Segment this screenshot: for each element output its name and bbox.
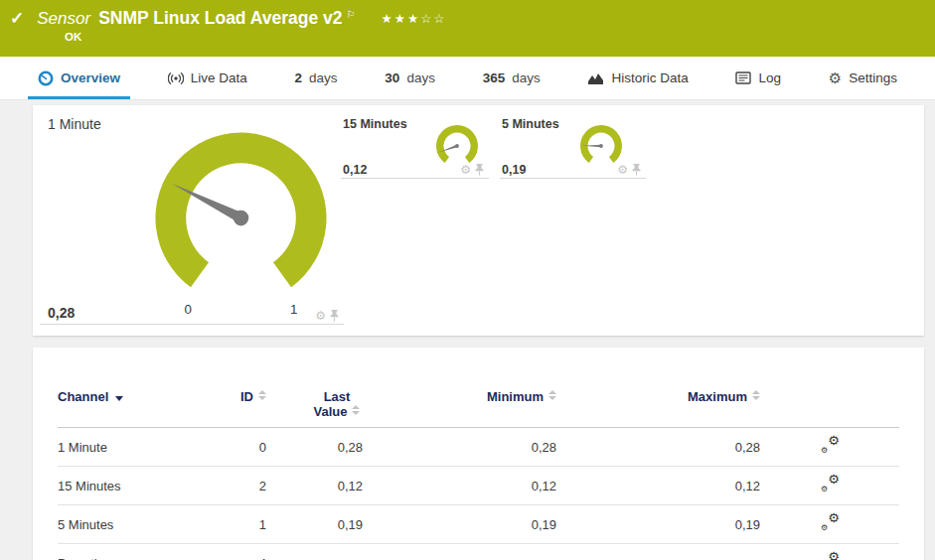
column-header-last-value-label: Last Value — [314, 389, 351, 419]
cell-channel: 1 Minute — [58, 428, 207, 467]
priority-stars[interactable]: ★★★☆☆ — [382, 11, 447, 26]
gauge-arc — [155, 133, 326, 288]
column-header-actions — [760, 389, 899, 428]
tab-365-days-label: days — [512, 70, 541, 85]
channel-settings-icon[interactable]: ⚙⚙ — [820, 437, 840, 454]
gauge-arc — [436, 125, 478, 163]
cell-minimum — [363, 544, 556, 560]
cell-last-value: 0,12 — [266, 467, 363, 505]
tab-settings-label: Settings — [849, 70, 897, 85]
widget-gear-icon[interactable]: ⚙ — [617, 164, 628, 176]
cell-channel: 15 Minutes — [58, 467, 207, 505]
cell-minimum: 0,28 — [363, 428, 556, 467]
gauge-pivot — [234, 210, 249, 226]
gauge-value: 0,28 — [48, 305, 75, 321]
tab-historic-data-label: Historic Data — [611, 70, 688, 85]
gauges-panel: 1 Minute 0 1 0,28 ⚙ 15 Minutes — [33, 105, 924, 336]
column-header-maximum[interactable]: Maximum — [556, 389, 760, 428]
column-header-minimum[interactable]: Minimum — [363, 389, 556, 428]
tab-log-label: Log — [758, 70, 781, 85]
pin-icon[interactable] — [330, 310, 339, 322]
cell-id: -4 — [207, 544, 266, 560]
channel-settings-icon[interactable]: ⚙⚙ — [820, 553, 840, 560]
sort-icon — [548, 390, 556, 400]
gauge-value: 0,12 — [343, 163, 367, 177]
tab-settings[interactable]: ⚙ Settings — [819, 57, 907, 99]
cell-last-value: 0,19 — [266, 505, 363, 544]
tab-historic-data[interactable]: Historic Data — [577, 57, 698, 99]
cell-last-value: 0,28 — [266, 428, 363, 467]
tab-2-days-label: days — [309, 70, 338, 85]
table-row: 5 Minutes 1 0,19 0,19 0,19 ⚙⚙ — [58, 505, 899, 544]
cell-maximum: 0,12 — [556, 467, 760, 505]
tab-bar: Overview Live Data 2 days 30 days 365 da… — [0, 57, 935, 100]
table-row: 1 Minute 0 0,28 0,28 0,28 ⚙⚙ — [58, 428, 899, 467]
gauge-pivot — [455, 144, 459, 148]
cell-maximum: 0,19 — [556, 505, 760, 544]
area-chart-icon — [587, 71, 604, 85]
channels-table-panel: Channel ID Last Value Minimum Maximum — [33, 348, 924, 560]
log-list-icon — [735, 71, 751, 84]
object-kind-label: Sensor — [37, 9, 90, 29]
pin-icon[interactable] — [632, 164, 641, 176]
gauge-min-label: 0 — [185, 302, 192, 317]
gauge-15-minutes — [432, 119, 482, 165]
tab-2-days[interactable]: 2 days — [285, 57, 348, 99]
page-content: 1 Minute 0 1 0,28 ⚙ 15 Minutes — [0, 100, 935, 560]
gauge-pivot — [599, 144, 603, 148]
gauge-max-label: 1 — [290, 302, 297, 317]
gauge-arc — [580, 125, 622, 163]
tab-log[interactable]: Log — [725, 57, 791, 99]
cell-maximum — [556, 544, 760, 560]
column-header-channel-label: Channel — [58, 389, 108, 404]
tab-365-days-number: 365 — [483, 70, 506, 85]
column-header-last-value[interactable]: Last Value — [266, 389, 363, 428]
gauge-widget-15-minutes: 15 Minutes 0,12 ⚙ — [341, 117, 489, 179]
column-header-id-label: ID — [240, 389, 253, 404]
tab-30-days[interactable]: 30 days — [375, 57, 445, 99]
sensor-status-banner: ✓ Sensor SNMP Linux Load Average v2 ⚐ ★★… — [0, 0, 935, 57]
tab-30-days-number: 30 — [385, 70, 399, 85]
channels-table: Channel ID Last Value Minimum Maximum — [58, 389, 899, 560]
cell-minimum: 0,12 — [363, 467, 556, 505]
gauge-icon — [38, 70, 54, 86]
gauge-title: 1 Minute — [48, 116, 101, 132]
cell-maximum: 0,28 — [556, 428, 760, 467]
tab-365-days[interactable]: 365 days — [473, 57, 550, 99]
sort-icon — [752, 390, 760, 400]
pin-icon[interactable] — [475, 164, 484, 176]
flag-icon[interactable]: ⚐ — [347, 9, 356, 20]
tab-overview[interactable]: Overview — [28, 57, 130, 99]
table-row: Downtime -4 ⚙⚙ — [58, 544, 899, 560]
gauge-title: 15 Minutes — [343, 117, 407, 131]
broadcast-icon — [168, 71, 184, 85]
channel-settings-icon[interactable]: ⚙⚙ — [820, 476, 840, 492]
cell-id: 1 — [207, 505, 266, 544]
sensor-title: SNMP Linux Load Average v2 — [98, 8, 342, 29]
cell-channel: 5 Minutes — [58, 505, 207, 544]
gear-icon: ⚙ — [829, 70, 842, 85]
tab-live-data[interactable]: Live Data — [158, 57, 257, 99]
sort-icon — [352, 405, 360, 415]
channel-settings-icon[interactable]: ⚙⚙ — [820, 514, 840, 531]
column-header-minimum-label: Minimum — [487, 389, 544, 404]
widget-gear-icon[interactable]: ⚙ — [460, 164, 471, 176]
gauge-title: 5 Minutes — [502, 117, 559, 131]
tab-2-days-number: 2 — [295, 70, 303, 85]
status-badge: OK — [65, 31, 935, 43]
cell-minimum: 0,19 — [363, 505, 556, 544]
cell-id: 2 — [207, 467, 266, 505]
sort-icon — [258, 390, 266, 400]
stars-empty: ☆☆ — [420, 12, 446, 26]
gauge-widget-1-minute: 1 Minute 0 1 0,28 ⚙ — [40, 110, 344, 325]
column-header-maximum-label: Maximum — [688, 389, 747, 404]
gauge-1-minute: 0 1 — [139, 108, 343, 320]
cell-channel: Downtime — [58, 544, 207, 560]
widget-gear-icon[interactable]: ⚙ — [315, 310, 326, 322]
gauge-value: 0,19 — [502, 163, 526, 177]
ok-check-icon: ✓ — [10, 8, 24, 29]
cell-last-value — [266, 544, 363, 560]
column-header-channel[interactable]: Channel — [58, 389, 207, 428]
column-header-id[interactable]: ID — [207, 389, 266, 428]
stars-filled: ★★★ — [382, 12, 421, 26]
